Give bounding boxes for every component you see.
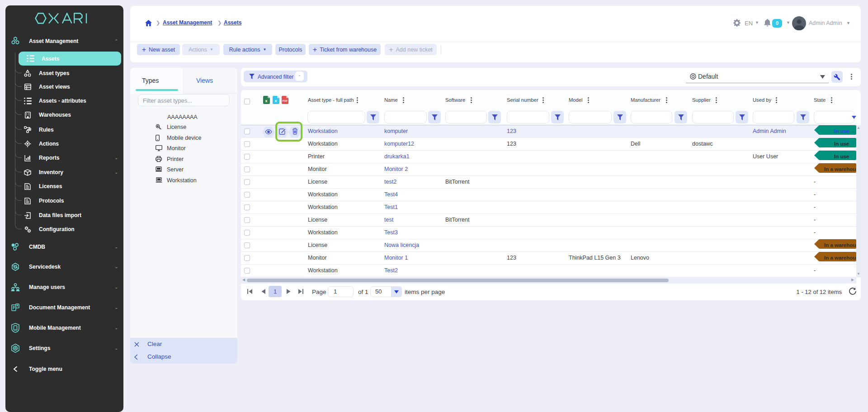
- svg-text:x: x: [274, 99, 277, 103]
- svg-text:x: x: [265, 99, 267, 103]
- svg-text:PDF: PDF: [283, 99, 288, 102]
